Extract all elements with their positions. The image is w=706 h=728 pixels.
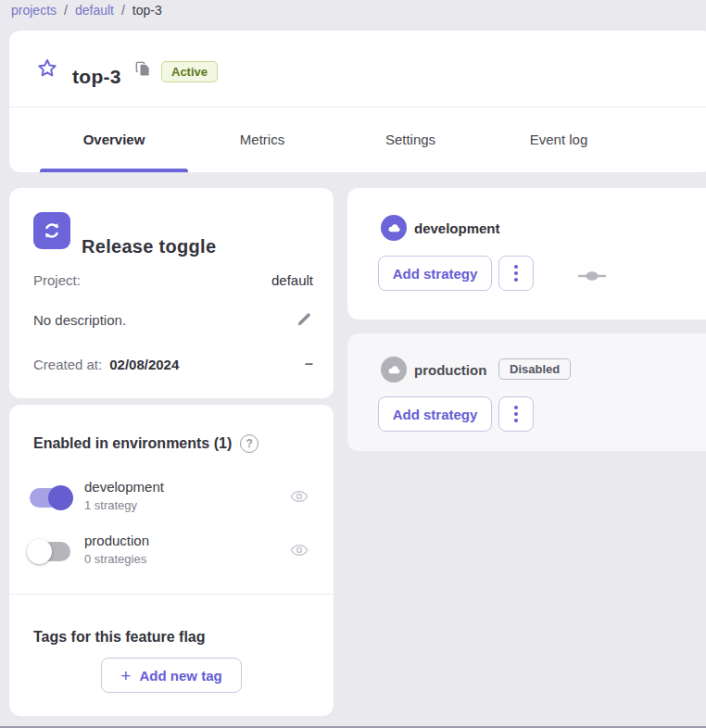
add-new-tag-label: Add new tag bbox=[139, 668, 221, 684]
disabled-badge: Disabled bbox=[498, 358, 571, 380]
breadcrumb-separator: / bbox=[64, 3, 68, 18]
environment-row-development: development 1 strategy bbox=[28, 479, 315, 521]
strategy-count: 1 strategy bbox=[84, 498, 137, 512]
tab-metrics[interactable]: Metrics bbox=[188, 107, 336, 172]
release-toggle-cycle-icon bbox=[33, 212, 70, 249]
development-environment-panel: development Add strategy bbox=[347, 188, 706, 320]
development-actions: Add strategy bbox=[378, 256, 706, 291]
breadcrumb-current: top-3 bbox=[132, 3, 162, 18]
help-icon[interactable]: ? bbox=[240, 434, 258, 453]
minus-icon: – bbox=[305, 356, 313, 372]
environment-name: development bbox=[84, 479, 164, 495]
environments-title: Enabled in environments (1) bbox=[33, 435, 232, 452]
flag-details-card: Release toggle Project: default No descr… bbox=[9, 188, 334, 398]
tab-event-log[interactable]: Event log bbox=[485, 107, 633, 172]
strategy-count: 0 strategies bbox=[84, 552, 146, 566]
environment-panel-name: development bbox=[414, 220, 500, 236]
production-toggle[interactable] bbox=[30, 542, 70, 561]
environments-title-row: Enabled in environments (1) ? bbox=[33, 434, 258, 453]
production-actions: Add strategy bbox=[378, 396, 706, 432]
tab-settings[interactable]: Settings bbox=[336, 107, 485, 172]
add-strategy-button[interactable]: Add strategy bbox=[378, 256, 492, 291]
project-value: default bbox=[271, 272, 313, 288]
production-environment-panel: production Disabled Add strategy bbox=[347, 333, 706, 451]
active-tab-indicator bbox=[40, 169, 188, 172]
feature-flag-page: projects / default / top-3 top-3 Active … bbox=[0, 0, 706, 728]
development-toggle[interactable] bbox=[30, 488, 70, 508]
add-new-tag-button[interactable]: + Add new tag bbox=[101, 658, 242, 693]
plus-icon: + bbox=[120, 667, 131, 684]
flag-header-card: top-3 Active Overview Metrics Settings E… bbox=[9, 31, 706, 172]
flag-title-row: top-3 Active bbox=[9, 31, 706, 107]
flag-tabs: Overview Metrics Settings Event log bbox=[9, 107, 706, 172]
tab-overview[interactable]: Overview bbox=[40, 107, 188, 172]
copy-icon[interactable] bbox=[133, 59, 152, 78]
description-row: No description. bbox=[33, 310, 313, 329]
favorite-star-icon[interactable] bbox=[35, 56, 59, 81]
eye-icon[interactable] bbox=[289, 540, 309, 560]
tags-title: Tags for this feature flag bbox=[33, 629, 206, 646]
created-label: Created at: bbox=[33, 357, 102, 372]
description-text: No description. bbox=[33, 312, 126, 328]
created-row: Created at: 02/08/2024 – bbox=[33, 356, 313, 372]
environment-panel-name: production bbox=[414, 362, 486, 378]
breadcrumb-projects[interactable]: projects bbox=[11, 3, 57, 18]
created-value: 02/08/2024 bbox=[109, 357, 179, 372]
breadcrumb: projects / default / top-3 bbox=[11, 3, 162, 18]
environment-name: production bbox=[84, 533, 149, 548]
flag-type-label: Release toggle bbox=[82, 236, 216, 257]
page-title: top-3 bbox=[72, 66, 121, 88]
status-badge: Active bbox=[161, 61, 218, 82]
add-strategy-button[interactable]: Add strategy bbox=[378, 396, 492, 432]
breadcrumb-separator: / bbox=[121, 3, 125, 18]
project-label: Project: bbox=[33, 272, 81, 288]
environments-card: Enabled in environments (1) ? developmen… bbox=[9, 405, 334, 716]
cloud-icon bbox=[381, 215, 407, 241]
project-row: Project: default bbox=[33, 272, 313, 288]
breadcrumb-default[interactable]: default bbox=[75, 3, 114, 18]
kebab-menu-icon[interactable] bbox=[498, 256, 534, 291]
environment-row-production: production 0 strategies bbox=[28, 533, 315, 575]
kebab-menu-icon[interactable] bbox=[498, 396, 534, 432]
pencil-icon[interactable] bbox=[295, 310, 313, 329]
strategy-indicator-icon bbox=[577, 269, 607, 285]
card-divider bbox=[9, 594, 334, 595]
cloud-icon bbox=[381, 357, 407, 383]
eye-icon[interactable] bbox=[289, 486, 309, 507]
